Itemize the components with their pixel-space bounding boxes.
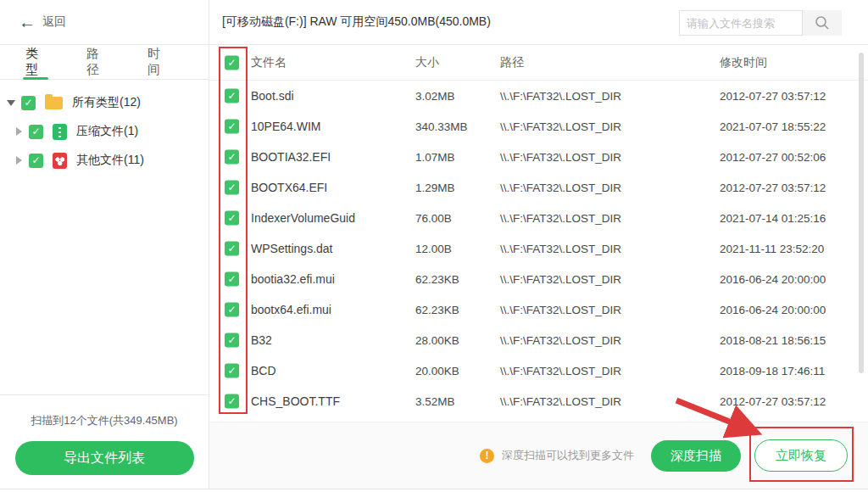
drive-title: [可移动磁盘(F:)] RAW 可用空间450.0MB(450.0MB) [222, 14, 491, 30]
table-row[interactable]: bootx64.efi.mui 62.23KB \\.\F:\FAT32\.LO… [209, 294, 868, 325]
bottom-action-bar: 深度扫描可以找到更多文件 深度扫描 立即恢复 [209, 422, 868, 489]
row-checkbox-checked[interactable] [225, 394, 239, 409]
file-path: \\.\F:\FAT32\.LOST_DIR [500, 334, 621, 347]
file-name: IndexerVolumeGuid [251, 211, 355, 225]
file-mtime: 2012-07-27 03:57:12 [720, 90, 826, 103]
file-mtime: 2016-06-24 20:00:00 [720, 273, 826, 286]
file-path: \\.\F:\FAT32\.LOST_DIR [500, 243, 621, 255]
deep-scan-hint: 深度扫描可以找到更多文件 [502, 448, 634, 463]
titlebar: [可移动磁盘(F:)] RAW 可用空间450.0MB(450.0MB) [209, 0, 868, 45]
file-path: \\.\F:\FAT32\.LOST_DIR [500, 273, 621, 286]
search-box [679, 10, 842, 36]
file-size: 20.00KB [415, 365, 459, 377]
file-name: CHS_BOOT.TTF [251, 394, 340, 408]
row-checkbox-checked[interactable] [225, 211, 239, 226]
row-checkbox-checked[interactable] [225, 150, 239, 165]
file-name: WPSettings.dat [251, 242, 333, 255]
tree-item-other-files[interactable]: 其他文件(11) [0, 146, 209, 175]
tab-time[interactable]: 时间 [147, 45, 168, 79]
file-path: \\.\F:\FAT32\.LOST_DIR [500, 365, 621, 377]
folder-icon [45, 97, 63, 109]
table-row[interactable]: 10PE64.WIM 340.33MB \\.\F:\FAT32\.LOST_D… [209, 111, 868, 142]
checkbox-checked[interactable] [29, 125, 43, 139]
tab-path[interactable]: 路径 [86, 45, 107, 79]
recover-now-button[interactable]: 立即恢复 [754, 439, 848, 472]
file-name: Boot.sdi [251, 89, 294, 103]
file-size: 76.00B [415, 212, 452, 225]
tree-item-all-types[interactable]: 所有类型(12) [0, 88, 209, 117]
file-size: 3.02MB [415, 90, 455, 103]
checkbox-checked[interactable] [21, 96, 36, 110]
table-row[interactable]: B32 28.00KB \\.\F:\FAT32\.LOST_DIR 2018-… [209, 325, 868, 355]
main-panel: [可移动磁盘(F:)] RAW 可用空间450.0MB(450.0MB) 文件名… [209, 0, 868, 489]
export-file-list-button[interactable]: 导出文件列表 [15, 441, 194, 475]
file-size: 340.33MB [415, 120, 468, 133]
table-row[interactable]: IndexerVolumeGuid 76.00B \\.\F:\FAT32\.L… [209, 203, 868, 233]
file-path: \\.\F:\FAT32\.LOST_DIR [500, 395, 621, 408]
table-row[interactable]: bootia32.efi.mui 62.23KB \\.\F:\FAT32\.L… [209, 264, 868, 294]
scan-summary: 扫描到12个文件(共349.45MB) [0, 413, 209, 428]
back-button[interactable]: ← 返回 [0, 0, 209, 45]
file-name: BCD [251, 364, 276, 377]
row-checkbox-checked[interactable] [225, 181, 239, 195]
row-checkbox-checked[interactable] [225, 364, 239, 378]
sidebar-tabs: 类型 路径 时间 [0, 45, 209, 80]
file-mtime: 2021-07-14 01:25:16 [720, 212, 826, 225]
column-header-path[interactable]: 路径 [500, 55, 524, 70]
file-mtime: 2018-09-18 17:46:11 [720, 365, 825, 377]
row-checkbox-checked[interactable] [225, 89, 239, 103]
back-label: 返回 [42, 14, 66, 30]
file-mtime: 2021-07-07 18:55:22 [720, 120, 826, 133]
sidebar: ← 返回 类型 路径 时间 所有类型(12) [0, 0, 209, 489]
select-all-checkbox[interactable] [225, 55, 239, 70]
file-name: bootx64.efi.mui [251, 303, 331, 316]
search-input[interactable] [679, 10, 803, 36]
table-row[interactable]: BCD 20.00KB \\.\F:\FAT32\.LOST_DIR 2018-… [209, 355, 868, 386]
table-row[interactable]: Boot.sdi 3.02MB \\.\F:\FAT32\.LOST_DIR 2… [209, 81, 868, 111]
expand-icon[interactable] [16, 156, 22, 165]
expand-icon[interactable] [16, 127, 22, 136]
file-recovery-app: ← 返回 类型 路径 时间 所有类型(12) [0, 0, 868, 492]
active-tab-underline [23, 77, 48, 80]
file-path: \\.\F:\FAT32\.LOST_DIR [500, 182, 621, 194]
checkbox-checked[interactable] [29, 154, 43, 168]
file-path: \\.\F:\FAT32\.LOST_DIR [500, 90, 621, 103]
column-header-mtime[interactable]: 修改时间 [720, 55, 767, 70]
row-checkbox-checked[interactable] [225, 303, 239, 317]
file-mtime: 2012-07-27 03:57:12 [720, 182, 826, 194]
tab-type[interactable]: 类型 [25, 45, 46, 79]
row-checkbox-checked[interactable] [225, 120, 239, 134]
file-size: 28.00KB [415, 334, 459, 347]
file-mtime: 2016-06-24 20:00:00 [720, 304, 826, 316]
file-path: \\.\F:\FAT32\.LOST_DIR [500, 212, 621, 225]
zip-file-icon [53, 124, 67, 140]
column-header-size[interactable]: 大小 [415, 55, 439, 70]
vertical-scrollbar[interactable] [859, 53, 864, 373]
file-path: \\.\F:\FAT32\.LOST_DIR [500, 304, 621, 316]
file-name: bootia32.efi.mui [251, 272, 335, 286]
table-row[interactable]: WPSettings.dat 12.00B \\.\F:\FAT32\.LOST… [209, 233, 868, 264]
file-name: B32 [251, 333, 272, 347]
file-type-tree: 所有类型(12) 压缩文件(1) 其他文件(11) [0, 80, 209, 175]
file-name: BOOTIA32.EFI [251, 150, 331, 164]
file-size: 3.52MB [415, 395, 455, 408]
file-size: 12.00B [415, 243, 452, 255]
row-checkbox-checked[interactable] [225, 333, 239, 348]
file-size: 62.23KB [415, 273, 459, 286]
table-row[interactable]: CHS_BOOT.TTF 3.52MB \\.\F:\FAT32\.LOST_D… [209, 386, 868, 417]
file-mtime: 2012-07-27 03:57:12 [720, 395, 826, 408]
file-name: BOOTX64.EFI [251, 181, 327, 194]
file-size: 1.07MB [415, 151, 455, 164]
row-checkbox-checked[interactable] [225, 272, 239, 287]
column-header-name[interactable]: 文件名 [251, 55, 287, 70]
search-button[interactable] [803, 10, 842, 36]
table-row[interactable]: BOOTIA32.EFI 1.07MB \\.\F:\FAT32\.LOST_D… [209, 142, 868, 172]
deep-scan-button[interactable]: 深度扫描 [651, 440, 741, 472]
back-arrow-icon: ← [19, 14, 36, 31]
file-name: 10PE64.WIM [251, 120, 320, 133]
file-table: Boot.sdi 3.02MB \\.\F:\FAT32\.LOST_DIR 2… [209, 81, 868, 417]
expand-collapse-icon[interactable] [7, 100, 15, 106]
row-checkbox-checked[interactable] [225, 242, 239, 256]
table-row[interactable]: BOOTX64.EFI 1.29MB \\.\F:\FAT32\.LOST_DI… [209, 172, 868, 203]
tree-item-compressed-files[interactable]: 压缩文件(1) [0, 117, 209, 146]
